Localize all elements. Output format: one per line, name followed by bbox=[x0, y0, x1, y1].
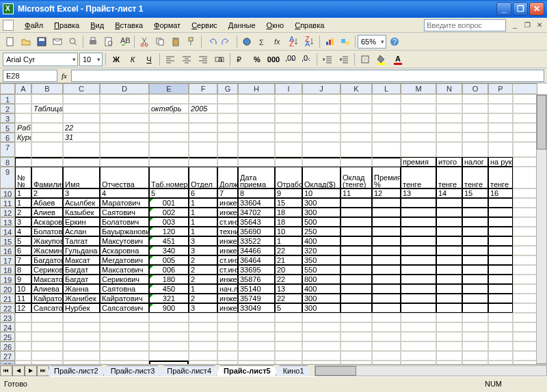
search-icon[interactable] bbox=[66, 34, 81, 49]
svg-text:fx: fx bbox=[274, 38, 280, 46]
svg-rect-39 bbox=[394, 63, 402, 65]
svg-text:Z: Z bbox=[289, 40, 294, 47]
excel-logo-icon bbox=[3, 3, 14, 14]
svg-rect-27 bbox=[341, 39, 345, 43]
open-icon[interactable] bbox=[18, 34, 34, 49]
sheet-tab[interactable]: Прайс-лист2 bbox=[46, 365, 106, 376]
underline-button[interactable]: Ч bbox=[142, 52, 157, 67]
name-box[interactable]: E28 bbox=[3, 70, 57, 82]
horizontal-scrollbar[interactable] bbox=[315, 365, 547, 376]
new-icon[interactable] bbox=[3, 34, 18, 49]
vertical-scrollbar[interactable] bbox=[536, 94, 547, 364]
percent-icon[interactable]: % bbox=[250, 52, 265, 67]
function-icon[interactable]: fx bbox=[271, 34, 286, 49]
borders-icon[interactable] bbox=[358, 52, 373, 67]
close-button[interactable]: ✕ bbox=[529, 2, 544, 16]
svg-rect-0 bbox=[7, 38, 13, 46]
svg-text:,0: ,0 bbox=[302, 54, 308, 62]
redo-icon[interactable] bbox=[219, 34, 235, 49]
italic-button[interactable]: К bbox=[125, 52, 140, 67]
menu-Окно[interactable]: Окно bbox=[261, 20, 290, 31]
chart-icon[interactable] bbox=[322, 34, 337, 49]
paste-icon[interactable] bbox=[168, 34, 183, 49]
formatting-toolbar: Arial Cyr 10 Ж К Ч a ₽ % 000 ,00 ,0 A bbox=[0, 51, 547, 68]
help-icon[interactable]: ? bbox=[387, 34, 402, 49]
svg-rect-13 bbox=[159, 40, 163, 45]
maximize-button[interactable]: ❐ bbox=[513, 2, 528, 16]
formula-bar: E28 fx bbox=[0, 68, 547, 83]
tab-nav-next-icon[interactable]: ▶ bbox=[25, 365, 37, 376]
sheet-tab[interactable]: Прайс-лист5 bbox=[216, 365, 278, 376]
font-name-combo[interactable]: Arial Cyr bbox=[3, 53, 78, 66]
merge-icon[interactable]: a bbox=[212, 52, 227, 67]
fill-color-icon[interactable] bbox=[374, 52, 389, 67]
dec-decimal-icon[interactable]: ,0 bbox=[299, 52, 314, 67]
svg-text:A: A bbox=[395, 55, 401, 63]
menu-Файл[interactable]: Файл bbox=[19, 20, 49, 31]
doc-close-button[interactable]: ✕ bbox=[535, 20, 544, 30]
menu-Сервис[interactable]: Сервис bbox=[186, 20, 223, 31]
font-color-icon[interactable]: A bbox=[390, 52, 405, 67]
svg-text:Σ: Σ bbox=[259, 38, 264, 46]
cut-icon[interactable] bbox=[137, 34, 152, 49]
svg-rect-25 bbox=[329, 40, 331, 45]
doc-restore-button[interactable]: ❐ bbox=[522, 20, 532, 30]
svg-text:,00: ,00 bbox=[285, 54, 295, 62]
svg-point-17 bbox=[243, 38, 250, 45]
sheet-tab[interactable]: Кино1 bbox=[276, 365, 312, 376]
align-right-icon[interactable] bbox=[196, 52, 211, 67]
dec-indent-icon[interactable] bbox=[320, 52, 335, 67]
menu-Данные[interactable]: Данные bbox=[223, 20, 261, 31]
svg-rect-2 bbox=[39, 38, 44, 41]
autosum-icon[interactable]: Σ bbox=[255, 34, 270, 49]
align-left-icon[interactable] bbox=[163, 52, 178, 67]
minimize-button[interactable]: _ bbox=[496, 2, 511, 16]
save-icon[interactable] bbox=[34, 34, 49, 49]
menu-Вид[interactable]: Вид bbox=[85, 20, 109, 31]
inc-decimal-icon[interactable]: ,00 bbox=[282, 52, 297, 67]
svg-text:?: ? bbox=[392, 38, 397, 46]
hyperlink-icon[interactable] bbox=[239, 34, 254, 49]
workbook-icon[interactable] bbox=[3, 20, 14, 31]
svg-text:ABC: ABC bbox=[120, 36, 130, 44]
sort-asc-icon[interactable]: AZ bbox=[286, 34, 302, 49]
font-size-combo[interactable]: 10 bbox=[79, 53, 103, 66]
help-question-box[interactable] bbox=[424, 19, 506, 31]
inc-indent-icon[interactable] bbox=[336, 52, 351, 67]
svg-rect-37 bbox=[377, 63, 386, 65]
num-lock-indicator: NUM bbox=[485, 380, 502, 388]
svg-rect-15 bbox=[174, 38, 177, 40]
sheet-tab-bar: ⏮ ◀ ▶ ⏭ Прайс-лист2Прайс-лист3Прайс-лист… bbox=[0, 364, 547, 376]
svg-text:₽: ₽ bbox=[237, 55, 241, 64]
sort-desc-icon[interactable]: ZA bbox=[302, 34, 317, 49]
sheet-tab[interactable]: Прайс-лист4 bbox=[159, 365, 219, 376]
doc-minimize-button[interactable]: _ bbox=[510, 20, 520, 30]
title-bar: Microsoft Excel - Прайст-лист 1 _ ❐ ✕ bbox=[0, 0, 547, 18]
print-icon[interactable] bbox=[85, 34, 101, 49]
svg-rect-6 bbox=[91, 38, 95, 40]
menu-Справка[interactable]: Справка bbox=[289, 20, 330, 31]
tab-nav-prev-icon[interactable]: ◀ bbox=[12, 365, 25, 376]
comma-icon[interactable]: 000 bbox=[266, 52, 281, 67]
menu-Вставка[interactable]: Вставка bbox=[109, 20, 148, 31]
standard-toolbar: ABC Σ fx AZ ZA 65% ? bbox=[0, 33, 547, 51]
worksheet-area[interactable]: ABCDEFGHIJKLMNOP12Таблица расчета зарпла… bbox=[0, 83, 547, 364]
bold-button[interactable]: Ж bbox=[109, 52, 124, 67]
preview-icon[interactable] bbox=[101, 34, 116, 49]
drawing-icon[interactable] bbox=[338, 34, 353, 49]
status-bar: Готово NUM bbox=[0, 376, 547, 390]
format-painter-icon[interactable] bbox=[184, 34, 199, 49]
copy-icon[interactable] bbox=[152, 34, 168, 49]
align-center-icon[interactable] bbox=[179, 52, 194, 67]
spell-icon[interactable]: ABC bbox=[117, 34, 132, 49]
menu-Формат[interactable]: Формат bbox=[148, 20, 186, 31]
undo-icon[interactable] bbox=[204, 34, 219, 49]
currency-icon[interactable]: ₽ bbox=[233, 52, 248, 67]
formula-input[interactable] bbox=[71, 70, 544, 82]
svg-rect-5 bbox=[90, 40, 96, 44]
zoom-combo[interactable]: 65% bbox=[358, 35, 386, 48]
tab-nav-first-icon[interactable]: ⏮ bbox=[0, 365, 12, 376]
email-icon[interactable] bbox=[50, 34, 65, 49]
sheet-tab[interactable]: Прайс-лист3 bbox=[103, 365, 163, 376]
menu-Правка[interactable]: Правка bbox=[49, 20, 85, 31]
